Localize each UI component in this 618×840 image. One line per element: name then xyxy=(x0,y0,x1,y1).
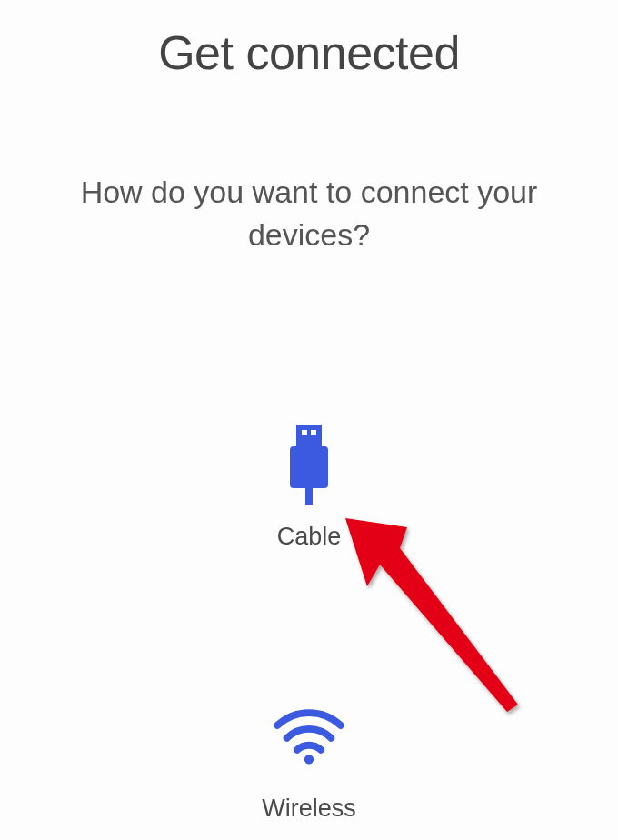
svg-rect-1 xyxy=(302,430,307,435)
connection-options: Cable Wireless xyxy=(262,425,356,823)
wireless-icon xyxy=(273,696,345,778)
annotation-arrow xyxy=(336,505,536,723)
svg-rect-3 xyxy=(290,446,328,488)
wireless-option[interactable]: Wireless xyxy=(262,696,356,823)
svg-point-5 xyxy=(304,755,314,764)
wireless-option-label: Wireless xyxy=(262,795,356,823)
cable-option[interactable]: Cable xyxy=(273,425,345,551)
svg-rect-0 xyxy=(296,425,322,446)
page-title: Get connected xyxy=(158,25,460,80)
svg-rect-4 xyxy=(305,488,313,505)
cable-icon xyxy=(273,425,345,506)
svg-rect-2 xyxy=(311,430,316,435)
svg-marker-6 xyxy=(345,518,518,712)
page-subtitle: How do you want to connect your devices? xyxy=(0,171,618,256)
cable-option-label: Cable xyxy=(277,523,342,551)
